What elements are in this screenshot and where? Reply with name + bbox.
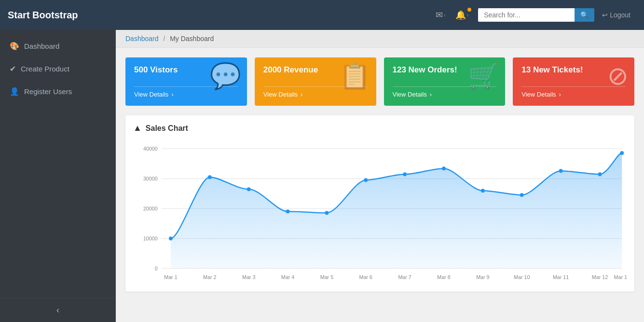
svg-text:Mar 11: Mar 11 [553, 274, 569, 280]
svg-point-29 [403, 172, 407, 176]
svg-point-23 [169, 237, 173, 240]
svg-text:Mar 2: Mar 2 [203, 274, 216, 280]
chevron-right-icon: › [559, 91, 561, 98]
orders-icon: 🛒 [468, 61, 499, 91]
view-details-link[interactable]: View Details › [393, 91, 432, 98]
sidebar-item-register-users[interactable]: 👤 Register Users [0, 80, 116, 103]
mail-button[interactable]: ✉ › [432, 7, 450, 23]
register-users-icon: 👤 [10, 87, 19, 96]
logout-button[interactable]: ↩ Logout [596, 8, 636, 22]
svg-text:Mar 6: Mar 6 [359, 274, 372, 280]
breadcrumb: Dashboard / My Dashboard [116, 30, 644, 48]
sidebar-item-label: Register Users [24, 87, 72, 96]
create-product-icon: ✔ [10, 64, 16, 73]
tickets-icon: ⊘ [607, 61, 629, 90]
svg-text:Mar 3: Mar 3 [242, 274, 255, 280]
bell-icon: 🔔 [455, 10, 466, 20]
view-details-link[interactable]: View Details › [134, 91, 174, 98]
sidebar-toggle-button[interactable]: ‹ [0, 298, 116, 322]
mail-chevron-icon: › [444, 12, 446, 18]
revenue-icon: 📋 [339, 61, 370, 91]
chart-container: ▲ Sales Chart 40000 30000 20000 [125, 115, 634, 292]
visitors-icon: 💬 [210, 61, 241, 91]
stat-card-title: 500 Vistors [134, 65, 178, 75]
svg-point-27 [325, 211, 329, 215]
svg-point-26 [286, 210, 290, 213]
svg-text:Mar 13: Mar 13 [614, 274, 627, 280]
svg-point-34 [598, 172, 602, 176]
stat-card-top: 2000 Revenue 📋 [263, 65, 368, 75]
svg-point-24 [208, 175, 212, 179]
svg-point-31 [481, 189, 485, 193]
chart-area: 40000 30000 20000 10000 0 Mar 1 Mar 2 Ma… [133, 139, 627, 284]
main-layout: 🎨 Dashboard ✔ Create Product 👤 Register … [0, 30, 644, 322]
logout-icon: ↩ [602, 11, 608, 19]
sidebar-bottom: ‹ [0, 298, 116, 322]
notifications-button[interactable]: 🔔 › [452, 7, 473, 23]
stat-card-title: 2000 Revenue [263, 65, 318, 75]
svg-text:0: 0 [155, 266, 158, 271]
view-details-link[interactable]: View Details › [521, 91, 561, 98]
search-form: 🔍 [478, 8, 594, 22]
stat-card-visitors[interactable]: 500 Vistors 💬 View Details › [125, 57, 247, 106]
chart-icon: ▲ [133, 123, 142, 133]
mail-icon: ✉ [436, 10, 443, 20]
notification-badge [467, 8, 471, 12]
svg-text:Mar 10: Mar 10 [514, 274, 530, 280]
chevron-right-icon: › [171, 91, 173, 98]
svg-point-28 [364, 178, 368, 182]
view-details-link[interactable]: View Details › [263, 91, 303, 98]
sidebar-item-dashboard[interactable]: 🎨 Dashboard [0, 35, 116, 57]
svg-text:Mar 5: Mar 5 [320, 274, 333, 280]
chart-title: Sales Chart [146, 124, 188, 133]
stat-card-tickets[interactable]: 13 New Tickets! ⊘ View Details › [513, 57, 634, 106]
navbar: Start Bootstrap ✉ › 🔔 › 🔍 ↩ Logout [0, 0, 644, 30]
sidebar-item-create-product[interactable]: ✔ Create Product [0, 57, 116, 80]
content-area: Dashboard / My Dashboard 500 Vistors 💬 V… [116, 30, 644, 322]
toggle-icon: ‹ [56, 305, 59, 315]
svg-text:40000: 40000 [143, 146, 158, 152]
stat-card-title: 123 New Orders! [393, 65, 457, 75]
breadcrumb-separator: / [163, 35, 165, 42]
chevron-right-icon: › [301, 91, 302, 98]
sales-chart-svg: 40000 30000 20000 10000 0 Mar 1 Mar 2 Ma… [133, 139, 627, 284]
svg-point-25 [247, 187, 251, 191]
svg-text:30000: 30000 [143, 176, 158, 182]
sidebar-item-label: Dashboard [24, 42, 59, 50]
stat-card-orders[interactable]: 123 New Orders! 🛒 View Details › [384, 57, 506, 106]
sidebar: 🎨 Dashboard ✔ Create Product 👤 Register … [0, 30, 116, 322]
svg-point-32 [520, 193, 524, 197]
dashboard-content: 500 Vistors 💬 View Details › 2000 Revenu… [116, 48, 644, 301]
svg-point-35 [620, 151, 624, 155]
svg-point-33 [559, 169, 563, 173]
svg-text:20000: 20000 [143, 206, 158, 211]
sidebar-item-label: Create Product [21, 65, 69, 73]
svg-point-30 [442, 167, 446, 170]
bell-chevron-icon: › [467, 12, 469, 18]
svg-text:Mar 9: Mar 9 [476, 274, 489, 280]
stat-card-top: 500 Vistors 💬 [134, 65, 238, 75]
svg-text:10000: 10000 [143, 236, 158, 241]
svg-text:Mar 8: Mar 8 [437, 274, 450, 280]
brand-title: Start Bootstrap [8, 10, 123, 21]
stat-cards: 500 Vistors 💬 View Details › 2000 Revenu… [125, 57, 634, 106]
svg-text:Mar 1: Mar 1 [164, 274, 177, 280]
stat-card-top: 123 New Orders! 🛒 [393, 65, 497, 75]
breadcrumb-current: My Dashboard [170, 35, 214, 42]
stat-card-top: 13 New Tickets! ⊘ [521, 65, 626, 75]
stat-card-revenue[interactable]: 2000 Revenue 📋 View Details › [255, 57, 376, 106]
navbar-right: ✉ › 🔔 › 🔍 ↩ Logout [432, 7, 636, 23]
svg-text:Mar 7: Mar 7 [398, 274, 411, 280]
search-button[interactable]: 🔍 [575, 8, 594, 22]
svg-text:Mar 12: Mar 12 [592, 274, 608, 280]
breadcrumb-root[interactable]: Dashboard [125, 35, 159, 42]
stat-card-title: 13 New Tickets! [521, 65, 583, 75]
svg-text:Mar 4: Mar 4 [281, 274, 294, 280]
search-input[interactable] [478, 8, 575, 22]
chevron-right-icon: › [430, 91, 432, 98]
chart-header: ▲ Sales Chart [133, 123, 627, 133]
dashboard-icon: 🎨 [10, 42, 19, 51]
search-icon: 🔍 [580, 11, 589, 19]
